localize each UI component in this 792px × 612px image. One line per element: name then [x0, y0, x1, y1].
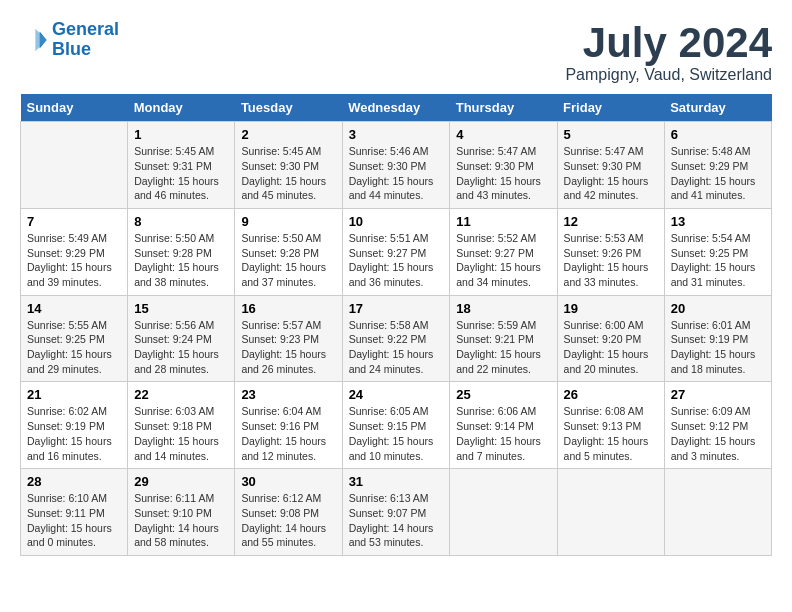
week-row-2: 7Sunrise: 5:49 AM Sunset: 9:29 PM Daylig… [21, 208, 772, 295]
cell-info: Sunrise: 5:50 AM Sunset: 9:28 PM Dayligh… [241, 231, 335, 290]
week-row-5: 28Sunrise: 6:10 AM Sunset: 9:11 PM Dayli… [21, 469, 772, 556]
day-number: 15 [134, 301, 228, 316]
day-number: 22 [134, 387, 228, 402]
calendar-table: SundayMondayTuesdayWednesdayThursdayFrid… [20, 94, 772, 556]
calendar-cell: 2Sunrise: 5:45 AM Sunset: 9:30 PM Daylig… [235, 122, 342, 209]
header: General Blue July 2024 Pampigny, Vaud, S… [20, 20, 772, 84]
cell-info: Sunrise: 5:45 AM Sunset: 9:31 PM Dayligh… [134, 144, 228, 203]
cell-info: Sunrise: 5:45 AM Sunset: 9:30 PM Dayligh… [241, 144, 335, 203]
calendar-cell: 24Sunrise: 6:05 AM Sunset: 9:15 PM Dayli… [342, 382, 450, 469]
calendar-cell: 27Sunrise: 6:09 AM Sunset: 9:12 PM Dayli… [664, 382, 771, 469]
main-title: July 2024 [565, 20, 772, 66]
calendar-cell: 13Sunrise: 5:54 AM Sunset: 9:25 PM Dayli… [664, 208, 771, 295]
calendar-cell: 25Sunrise: 6:06 AM Sunset: 9:14 PM Dayli… [450, 382, 557, 469]
day-number: 14 [27, 301, 121, 316]
cell-info: Sunrise: 6:05 AM Sunset: 9:15 PM Dayligh… [349, 404, 444, 463]
calendar-cell [557, 469, 664, 556]
day-header-wednesday: Wednesday [342, 94, 450, 122]
calendar-cell [664, 469, 771, 556]
cell-info: Sunrise: 5:46 AM Sunset: 9:30 PM Dayligh… [349, 144, 444, 203]
day-number: 23 [241, 387, 335, 402]
cell-info: Sunrise: 5:48 AM Sunset: 9:29 PM Dayligh… [671, 144, 765, 203]
cell-info: Sunrise: 5:52 AM Sunset: 9:27 PM Dayligh… [456, 231, 550, 290]
cell-info: Sunrise: 6:04 AM Sunset: 9:16 PM Dayligh… [241, 404, 335, 463]
calendar-cell: 3Sunrise: 5:46 AM Sunset: 9:30 PM Daylig… [342, 122, 450, 209]
calendar-cell: 1Sunrise: 5:45 AM Sunset: 9:31 PM Daylig… [128, 122, 235, 209]
day-number: 10 [349, 214, 444, 229]
calendar-cell: 22Sunrise: 6:03 AM Sunset: 9:18 PM Dayli… [128, 382, 235, 469]
calendar-cell: 23Sunrise: 6:04 AM Sunset: 9:16 PM Dayli… [235, 382, 342, 469]
cell-info: Sunrise: 6:08 AM Sunset: 9:13 PM Dayligh… [564, 404, 658, 463]
calendar-cell: 7Sunrise: 5:49 AM Sunset: 9:29 PM Daylig… [21, 208, 128, 295]
day-header-thursday: Thursday [450, 94, 557, 122]
subtitle: Pampigny, Vaud, Switzerland [565, 66, 772, 84]
calendar-cell: 30Sunrise: 6:12 AM Sunset: 9:08 PM Dayli… [235, 469, 342, 556]
calendar-cell: 4Sunrise: 5:47 AM Sunset: 9:30 PM Daylig… [450, 122, 557, 209]
day-number: 31 [349, 474, 444, 489]
day-number: 16 [241, 301, 335, 316]
calendar-cell: 20Sunrise: 6:01 AM Sunset: 9:19 PM Dayli… [664, 295, 771, 382]
cell-info: Sunrise: 5:57 AM Sunset: 9:23 PM Dayligh… [241, 318, 335, 377]
day-number: 17 [349, 301, 444, 316]
day-number: 25 [456, 387, 550, 402]
day-header-tuesday: Tuesday [235, 94, 342, 122]
day-number: 3 [349, 127, 444, 142]
day-number: 21 [27, 387, 121, 402]
calendar-cell: 8Sunrise: 5:50 AM Sunset: 9:28 PM Daylig… [128, 208, 235, 295]
calendar-cell: 16Sunrise: 5:57 AM Sunset: 9:23 PM Dayli… [235, 295, 342, 382]
calendar-cell: 12Sunrise: 5:53 AM Sunset: 9:26 PM Dayli… [557, 208, 664, 295]
calendar-cell: 6Sunrise: 5:48 AM Sunset: 9:29 PM Daylig… [664, 122, 771, 209]
cell-info: Sunrise: 5:58 AM Sunset: 9:22 PM Dayligh… [349, 318, 444, 377]
day-header-saturday: Saturday [664, 94, 771, 122]
calendar-cell: 26Sunrise: 6:08 AM Sunset: 9:13 PM Dayli… [557, 382, 664, 469]
day-header-monday: Monday [128, 94, 235, 122]
cell-info: Sunrise: 5:53 AM Sunset: 9:26 PM Dayligh… [564, 231, 658, 290]
day-number: 6 [671, 127, 765, 142]
day-number: 11 [456, 214, 550, 229]
calendar-body: 1Sunrise: 5:45 AM Sunset: 9:31 PM Daylig… [21, 122, 772, 556]
day-number: 30 [241, 474, 335, 489]
day-number: 4 [456, 127, 550, 142]
logo: General Blue [20, 20, 119, 60]
cell-info: Sunrise: 5:56 AM Sunset: 9:24 PM Dayligh… [134, 318, 228, 377]
calendar-cell: 11Sunrise: 5:52 AM Sunset: 9:27 PM Dayli… [450, 208, 557, 295]
cell-info: Sunrise: 5:59 AM Sunset: 9:21 PM Dayligh… [456, 318, 550, 377]
cell-info: Sunrise: 6:12 AM Sunset: 9:08 PM Dayligh… [241, 491, 335, 550]
day-number: 20 [671, 301, 765, 316]
logo-icon [20, 26, 48, 54]
calendar-cell: 18Sunrise: 5:59 AM Sunset: 9:21 PM Dayli… [450, 295, 557, 382]
cell-info: Sunrise: 5:55 AM Sunset: 9:25 PM Dayligh… [27, 318, 121, 377]
cell-info: Sunrise: 5:47 AM Sunset: 9:30 PM Dayligh… [456, 144, 550, 203]
cell-info: Sunrise: 6:02 AM Sunset: 9:19 PM Dayligh… [27, 404, 121, 463]
cell-info: Sunrise: 5:51 AM Sunset: 9:27 PM Dayligh… [349, 231, 444, 290]
days-header-row: SundayMondayTuesdayWednesdayThursdayFrid… [21, 94, 772, 122]
day-number: 19 [564, 301, 658, 316]
day-number: 12 [564, 214, 658, 229]
cell-info: Sunrise: 6:10 AM Sunset: 9:11 PM Dayligh… [27, 491, 121, 550]
cell-info: Sunrise: 6:01 AM Sunset: 9:19 PM Dayligh… [671, 318, 765, 377]
cell-info: Sunrise: 6:09 AM Sunset: 9:12 PM Dayligh… [671, 404, 765, 463]
day-number: 27 [671, 387, 765, 402]
calendar-cell: 29Sunrise: 6:11 AM Sunset: 9:10 PM Dayli… [128, 469, 235, 556]
day-number: 2 [241, 127, 335, 142]
calendar-cell [21, 122, 128, 209]
day-number: 26 [564, 387, 658, 402]
day-number: 24 [349, 387, 444, 402]
day-number: 8 [134, 214, 228, 229]
svg-marker-1 [35, 29, 46, 51]
day-number: 13 [671, 214, 765, 229]
day-number: 9 [241, 214, 335, 229]
week-row-1: 1Sunrise: 5:45 AM Sunset: 9:31 PM Daylig… [21, 122, 772, 209]
cell-info: Sunrise: 6:03 AM Sunset: 9:18 PM Dayligh… [134, 404, 228, 463]
calendar-cell: 9Sunrise: 5:50 AM Sunset: 9:28 PM Daylig… [235, 208, 342, 295]
calendar-cell: 21Sunrise: 6:02 AM Sunset: 9:19 PM Dayli… [21, 382, 128, 469]
cell-info: Sunrise: 6:11 AM Sunset: 9:10 PM Dayligh… [134, 491, 228, 550]
calendar-cell [450, 469, 557, 556]
day-number: 18 [456, 301, 550, 316]
cell-info: Sunrise: 5:47 AM Sunset: 9:30 PM Dayligh… [564, 144, 658, 203]
day-number: 29 [134, 474, 228, 489]
cell-info: Sunrise: 5:54 AM Sunset: 9:25 PM Dayligh… [671, 231, 765, 290]
calendar-cell: 17Sunrise: 5:58 AM Sunset: 9:22 PM Dayli… [342, 295, 450, 382]
calendar-cell: 15Sunrise: 5:56 AM Sunset: 9:24 PM Dayli… [128, 295, 235, 382]
week-row-3: 14Sunrise: 5:55 AM Sunset: 9:25 PM Dayli… [21, 295, 772, 382]
